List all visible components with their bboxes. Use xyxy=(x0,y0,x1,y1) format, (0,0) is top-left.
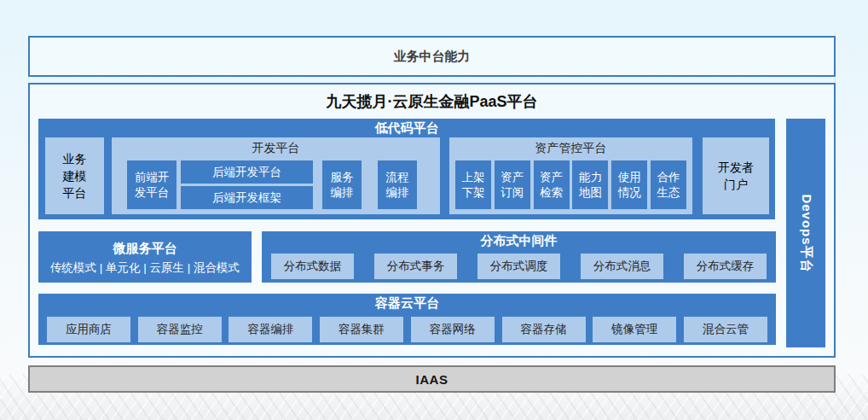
asset-item-search: 资产 检索 xyxy=(534,160,570,209)
asset-item-usage: 使用 情况 xyxy=(611,160,647,209)
middleware-item-data: 分布式数据 xyxy=(271,254,354,279)
dev-platform-title: 开发平台 xyxy=(112,137,440,158)
backend-dev-stack: 后端开发平台 后端开发框架 xyxy=(181,160,313,209)
microservice-platform-section: 微服务平台 传统模式 | 单元化 | 云原生 | 混合模式 xyxy=(38,231,252,283)
container-item-network: 容器网络 xyxy=(411,317,495,342)
distributed-middleware-section: 分布式中间件 分布式数据 分布式事务 分布式调度 分布式消息 分布式缓存 xyxy=(262,231,776,283)
distributed-middleware-items: 分布式数据 分布式事务 分布式调度 分布式消息 分布式缓存 xyxy=(271,254,767,279)
business-modeling-platform-box: 业务 建模 平台 xyxy=(45,137,104,214)
middleware-item-scheduling: 分布式调度 xyxy=(477,254,560,279)
low-code-platform-title: 低代码平台 xyxy=(38,119,775,137)
developer-portal-box: 开发者 门户 xyxy=(703,137,769,214)
microservice-platform-title: 微服务平台 xyxy=(113,239,177,258)
business-middle-platform-banner: 业务中台能力 xyxy=(28,36,836,77)
asset-control-items: 上架 下架 资产 订阅 资产 检索 能力 地图 使用 情况 合作 生态 xyxy=(455,160,686,209)
asset-item-ecosystem: 合作 生态 xyxy=(651,160,686,209)
container-item-image-mgmt: 镜像管理 xyxy=(593,317,676,342)
iaas-label: IAAS xyxy=(416,372,448,387)
container-item-storage: 容器存储 xyxy=(502,317,586,342)
container-item-app-store: 应用商店 xyxy=(47,317,130,342)
business-middle-platform-label: 业务中台能力 xyxy=(394,49,471,65)
asset-control-panel: 资产管控平台 上架 下架 资产 订阅 资产 检索 能力 地图 使用 情况 合作 … xyxy=(449,137,692,214)
container-cloud-platform-title: 容器云平台 xyxy=(38,294,776,312)
distributed-middleware-title: 分布式中间件 xyxy=(262,231,776,250)
iaas-bar: IAAS xyxy=(28,365,836,393)
asset-item-onoff-shelf: 上架 下架 xyxy=(455,160,491,209)
frontend-dev-platform-box: 前端开 发平台 xyxy=(127,160,176,209)
backend-dev-platform-box: 后端开发平台 xyxy=(181,160,313,184)
container-item-orchestration: 容器编排 xyxy=(229,317,312,342)
paas-platform-title: 九天揽月·云原生金融PaaS平台 xyxy=(30,91,834,112)
asset-item-capability-map: 能力 地图 xyxy=(572,160,608,209)
asset-control-title: 资产管控平台 xyxy=(449,137,692,158)
container-item-cluster: 容器集群 xyxy=(320,317,403,342)
middleware-item-transaction: 分布式事务 xyxy=(374,254,457,279)
container-cloud-items: 应用商店 容器监控 容器编排 容器集群 容器网络 容器存储 镜像管理 混合云管 xyxy=(47,317,767,342)
process-orchestration-box: 流程 编排 xyxy=(378,160,417,209)
backend-dev-framework-box: 后端开发框架 xyxy=(181,186,313,209)
service-orchestration-box: 服务 编排 xyxy=(322,160,362,209)
devops-platform-label: Devops平台 xyxy=(798,194,814,272)
devops-platform-bar: Devops平台 xyxy=(786,119,825,347)
container-cloud-platform-section: 容器云平台 应用商店 容器监控 容器编排 容器集群 容器网络 容器存储 镜像管理… xyxy=(38,294,776,345)
middleware-item-cache: 分布式缓存 xyxy=(684,254,767,279)
container-item-hybrid-cloud: 混合云管 xyxy=(684,317,767,342)
microservice-modes: 传统模式 | 单元化 | 云原生 | 混合模式 xyxy=(50,260,240,276)
middleware-item-message: 分布式消息 xyxy=(581,254,663,279)
low-code-platform-section: 低代码平台 业务 建模 平台 开发平台 前端开 发平台 后端开发平台 后端开发框… xyxy=(38,119,775,219)
asset-item-subscription: 资产 订阅 xyxy=(495,160,530,209)
paas-platform-container: 九天揽月·云原生金融PaaS平台 低代码平台 业务 建模 平台 开发平台 前端开… xyxy=(28,83,836,358)
dev-platform-panel: 开发平台 前端开 发平台 后端开发平台 后端开发框架 服务 编排 流程 编排 xyxy=(112,137,440,214)
container-item-monitoring: 容器监控 xyxy=(138,317,222,342)
